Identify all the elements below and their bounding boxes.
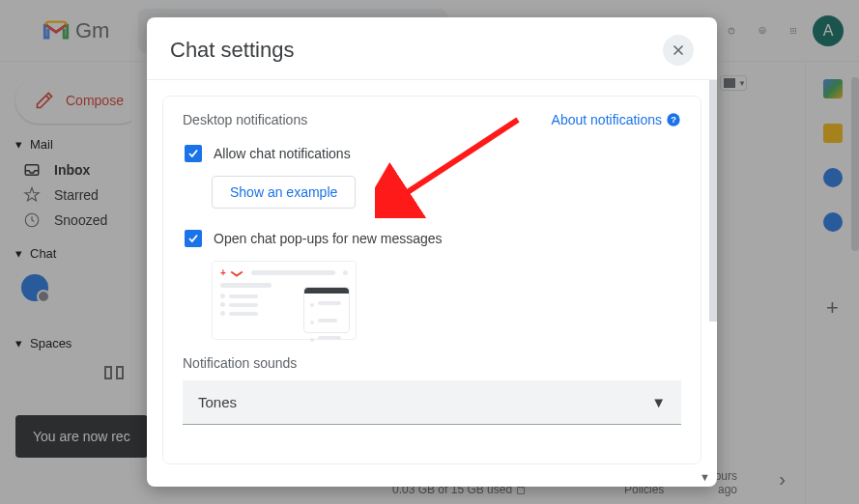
help-icon: ? (666, 112, 681, 127)
sounds-dropdown[interactable]: Tones ▼ (183, 380, 681, 425)
about-notifications-link[interactable]: About notifications ? (552, 112, 681, 127)
svg-text:?: ? (671, 115, 676, 125)
modal-scrollbar[interactable] (709, 80, 717, 322)
show-example-button[interactable]: Show an example (212, 176, 356, 209)
popups-checkbox[interactable] (185, 230, 202, 247)
check-icon (186, 147, 200, 160)
scroll-down-caret-icon[interactable]: ▼ (700, 471, 713, 485)
close-icon (670, 42, 687, 59)
close-button[interactable] (663, 35, 694, 66)
caret-down-icon: ▼ (651, 394, 666, 410)
allow-notifications-checkbox[interactable] (185, 145, 202, 162)
modal-scroll-area: Desktop notifications About notification… (147, 80, 717, 487)
popup-preview: + (212, 261, 357, 340)
modal-header: Chat settings (147, 17, 717, 80)
notification-sounds-title: Notification sounds (183, 355, 681, 371)
sounds-selected-value: Tones (198, 394, 237, 410)
gmail-m-icon (230, 268, 243, 278)
check-icon (186, 232, 200, 245)
allow-notifications-label: Allow chat notifications (214, 146, 351, 161)
desktop-notifications-title: Desktop notifications (183, 112, 307, 127)
chat-settings-modal: Chat settings Desktop notifications Abou… (147, 17, 717, 487)
modal-title: Chat settings (170, 38, 294, 63)
popups-label: Open chat pop-ups for new messages (214, 231, 443, 246)
